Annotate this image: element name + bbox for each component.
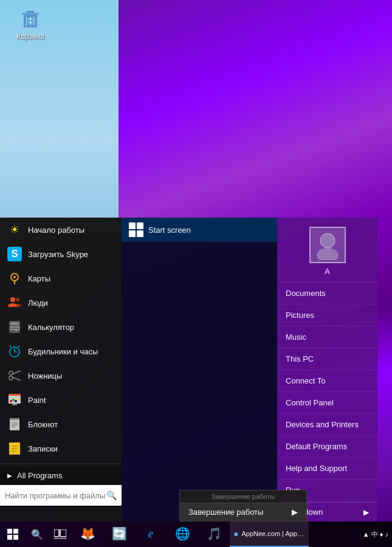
svg-point-27: [9, 376, 13, 380]
media-icon: 🎵: [207, 526, 222, 541]
taskbar: 🔍 🦊 🔄 e 🌐 🎵 ● AppNee.com | AppN... ▲ 中 ♦…: [0, 521, 392, 547]
menu-item-this-pc[interactable]: This PC: [277, 348, 377, 370]
start-screen-grid-icon: [129, 222, 143, 237]
skype-icon: S: [7, 247, 22, 261]
svg-rect-18: [15, 329, 17, 331]
appnee-app-icon: ●: [233, 529, 238, 538]
notification-button-label: Завершение работы: [188, 507, 263, 517]
start-screen-header[interactable]: Start screen: [122, 218, 277, 242]
start-search-bar[interactable]: 🔍: [0, 485, 122, 506]
menu-item-help-support[interactable]: Help and Support: [277, 458, 377, 480]
taskbar-task-view-button[interactable]: [49, 523, 72, 546]
menu-item-connect-to[interactable]: Connect To: [277, 370, 377, 392]
skype-label: Загрузить Skype: [28, 250, 88, 259]
start-center-panel: Start screen: [122, 218, 277, 521]
menu-item-documents[interactable]: Documents: [277, 283, 377, 304]
start-app-notepad[interactable]: Блокнот: [0, 412, 122, 436]
notification-button[interactable]: Завершение работы ▶: [180, 503, 306, 521]
taskbar-app-ie[interactable]: e: [135, 521, 167, 547]
maps-label: Карты: [28, 274, 50, 283]
recycle-bin-label: Корзина: [16, 32, 44, 41]
start-app-scissors[interactable]: Ножницы: [0, 363, 122, 388]
start-app-alarm[interactable]: Будильники и часы: [0, 339, 122, 363]
svg-point-32: [10, 400, 12, 402]
start-screen-label: Start screen: [148, 225, 191, 235]
start-right-panel: A Documents Pictures Music This PC Conne…: [277, 218, 377, 521]
taskbar-app-opera[interactable]: 🌐: [167, 521, 198, 547]
notification-secondary-text: Завершение работы: [180, 490, 306, 503]
start-search-input[interactable]: [5, 491, 106, 500]
svg-point-9: [10, 297, 15, 302]
all-programs-arrow: ▶: [7, 472, 12, 479]
notes-icon: [7, 441, 22, 456]
taskbar-app-chrome[interactable]: 🔄: [103, 521, 135, 547]
svg-rect-31: [9, 394, 21, 396]
recycle-bin-icon[interactable]: Корзина: [9, 6, 52, 41]
start-menu: ☀ Начало работы S Загрузить Skype Карты …: [0, 218, 377, 521]
start-app-paint[interactable]: Paint: [0, 388, 122, 412]
appnee-app-label: AppNee.com | AppN...: [241, 530, 305, 537]
paint-icon: [7, 393, 22, 407]
taskbar-search-button[interactable]: 🔍: [26, 523, 49, 546]
people-icon: [7, 295, 22, 310]
menu-item-music[interactable]: Music: [277, 326, 377, 348]
user-section[interactable]: A: [277, 218, 377, 283]
user-name: A: [325, 267, 330, 276]
menu-item-pictures[interactable]: Pictures: [277, 304, 377, 326]
start-app-maps[interactable]: Карты: [0, 266, 122, 291]
svg-line-25: [18, 346, 19, 347]
svg-point-35: [17, 399, 19, 401]
svg-line-29: [13, 377, 21, 381]
svg-line-24: [10, 346, 11, 347]
start-app-notes[interactable]: Записки: [0, 436, 122, 461]
taskbar-running-appnee[interactable]: ● AppNee.com | AppN...: [230, 521, 309, 547]
start-app-people[interactable]: Люди: [0, 291, 122, 315]
svg-rect-12: [10, 322, 19, 325]
user-avatar: [309, 227, 346, 263]
scissors-icon: [7, 368, 22, 383]
firefox-icon: 🦊: [80, 526, 95, 541]
notepad-icon: [7, 417, 22, 432]
startup-label: Начало работы: [28, 225, 84, 235]
menu-item-control-panel[interactable]: Control Panel: [277, 392, 377, 414]
start-app-calc[interactable]: Калькулятор: [0, 315, 122, 339]
start-screen-tiles-area: [122, 242, 277, 521]
start-search-icon: 🔍: [106, 490, 117, 500]
svg-rect-48: [54, 529, 59, 537]
start-menu-left-panel: ☀ Начало работы S Загрузить Skype Карты …: [0, 218, 122, 521]
task-view-icon: [54, 529, 66, 539]
svg-point-34: [15, 400, 17, 402]
menu-item-devices-printers[interactable]: Devices and Printers: [277, 414, 377, 436]
svg-point-33: [12, 399, 15, 401]
start-app-skype[interactable]: S Загрузить Skype: [0, 242, 122, 266]
taskbar-search-icon: 🔍: [31, 529, 43, 540]
start-button-icon: [7, 529, 18, 540]
start-app-startup[interactable]: ☀ Начало работы: [0, 218, 122, 242]
menu-item-default-programs[interactable]: Default Programs: [277, 436, 377, 458]
taskbar-right-area: ▲ 中 ♦ ♪: [363, 530, 392, 538]
taskbar-app-media[interactable]: 🎵: [198, 521, 230, 547]
notification-arrow-icon: ▶: [292, 507, 298, 517]
alarm-icon: [7, 344, 22, 359]
svg-line-28: [13, 371, 21, 374]
paint-label: Paint: [28, 396, 46, 405]
taskbar-clock: ▲ 中 ♦ ♪: [363, 530, 388, 538]
ie-icon: e: [148, 527, 154, 541]
svg-rect-14: [13, 326, 15, 328]
taskbar-start-button[interactable]: [0, 521, 26, 547]
svg-rect-36: [12, 404, 17, 405]
svg-rect-16: [10, 329, 12, 330]
opera-icon: 🌐: [175, 526, 190, 541]
taskbar-app-firefox[interactable]: 🦊: [72, 521, 103, 547]
scissors-label: Ножницы: [28, 371, 62, 380]
svg-rect-49: [60, 529, 66, 537]
svg-rect-19: [18, 326, 19, 328]
all-programs-button[interactable]: ▶ All Programs: [0, 466, 122, 485]
svg-rect-13: [10, 326, 12, 328]
svg-rect-38: [10, 418, 19, 420]
calc-icon: [7, 320, 22, 334]
chrome-icon: 🔄: [112, 526, 127, 541]
svg-point-7: [13, 276, 16, 278]
all-programs-label: All Programs: [17, 471, 62, 480]
bottom-notification: Завершение работы Завершение работы ▶: [179, 490, 307, 521]
